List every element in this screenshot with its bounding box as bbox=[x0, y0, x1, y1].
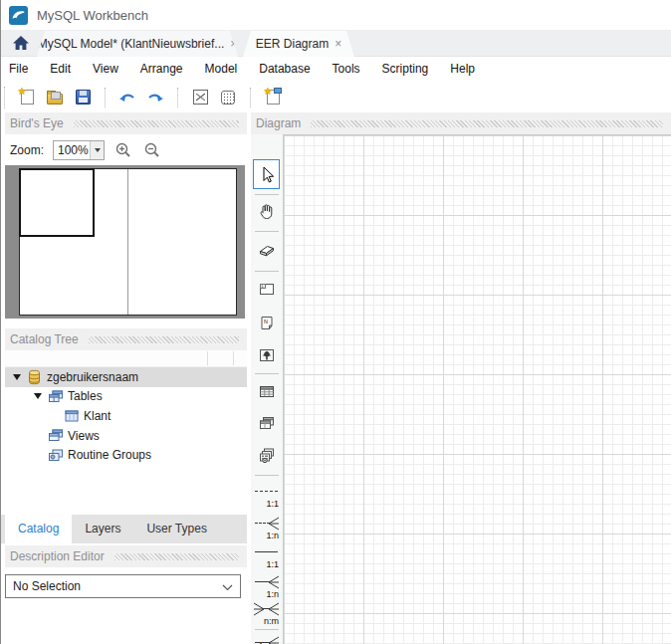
mysql-workbench-window: MySQL Workbench MySQL Model* (KlantNieuw… bbox=[0, 0, 671, 644]
expander-icon[interactable] bbox=[13, 374, 27, 380]
dropdown-arrow-icon[interactable] bbox=[90, 141, 104, 159]
zoom-in-button[interactable] bbox=[113, 140, 133, 160]
routine-group-tool-button[interactable] bbox=[253, 441, 280, 469]
menu-help[interactable]: Help bbox=[439, 57, 486, 82]
tree-item-schema[interactable]: zgebruikersnaam bbox=[5, 367, 247, 387]
image-tool-icon bbox=[258, 347, 276, 363]
menu-tools[interactable]: Tools bbox=[322, 57, 371, 82]
rel-n-m-identifying-icon: n:m bbox=[253, 600, 280, 626]
diagram-canvas[interactable] bbox=[283, 134, 671, 644]
crow-foot-icon bbox=[269, 517, 280, 531]
home-tab-button[interactable] bbox=[5, 30, 37, 56]
close-icon[interactable]: × bbox=[230, 37, 237, 51]
close-icon[interactable]: × bbox=[335, 37, 341, 51]
menu-model[interactable]: Model bbox=[194, 57, 249, 82]
rel-n-m-identifying-tool-button[interactable]: n:m bbox=[253, 600, 280, 626]
birds-eye-zoom-row: Zoom: 100% bbox=[5, 134, 247, 165]
catalog-tree-header: Catalog Tree bbox=[5, 328, 247, 350]
views-icon bbox=[48, 428, 66, 443]
tree-item-tables[interactable]: Tables bbox=[1, 387, 247, 407]
zoom-in-icon bbox=[114, 141, 132, 159]
birds-eye-view[interactable] bbox=[5, 165, 245, 319]
home-icon bbox=[11, 34, 31, 52]
zoom-out-button[interactable] bbox=[142, 140, 162, 160]
svg-text:N: N bbox=[264, 319, 268, 324]
rel-1-1-non-identifying-tool-button[interactable]: 1:1 bbox=[253, 483, 280, 509]
save-model-button[interactable] bbox=[72, 87, 94, 108]
open-model-button[interactable] bbox=[44, 87, 66, 108]
tab-mysql-model[interactable]: MySQL Model* (KlantNieuwsbrief... × bbox=[37, 31, 238, 57]
tab-eer-diagram[interactable]: EER Diagram × bbox=[243, 31, 354, 57]
toggle-editing-button[interactable] bbox=[189, 87, 211, 108]
birds-eye-viewport-rect[interactable] bbox=[19, 168, 95, 237]
rel-1-n-identifying-tool-button[interactable]: 1:n bbox=[253, 573, 280, 599]
tree-item-routine-groups[interactable]: Routine Groups bbox=[1, 445, 247, 465]
open-model-icon bbox=[47, 94, 63, 105]
zoom-label: Zoom: bbox=[10, 143, 44, 157]
view-tool-button[interactable] bbox=[253, 409, 280, 437]
menu-database[interactable]: Database bbox=[248, 57, 321, 82]
menu-file[interactable]: File bbox=[1, 57, 39, 82]
palette-separator bbox=[255, 373, 279, 374]
header-texture bbox=[74, 120, 239, 127]
eraser-tool-icon bbox=[258, 243, 276, 258]
rel-1-1-identifying-tool-button[interactable]: 1:1 bbox=[253, 543, 280, 569]
palette-separator bbox=[255, 271, 279, 272]
tree-item-views[interactable]: Views bbox=[1, 426, 247, 446]
tree-item-klant[interactable]: Klant bbox=[1, 406, 247, 426]
pointer-tool-button[interactable] bbox=[253, 159, 280, 189]
crow-foot-icon bbox=[269, 602, 280, 616]
schema-icon bbox=[27, 369, 45, 385]
new-model-button[interactable]: ★ bbox=[16, 87, 38, 108]
tab-eer-diagram-label: EER Diagram bbox=[256, 37, 329, 51]
toggle-grid-button[interactable] bbox=[217, 87, 239, 108]
description-editor-title: Description Editor bbox=[10, 549, 105, 563]
description-selection-dropdown[interactable]: No Selection bbox=[5, 574, 241, 598]
tab-layers[interactable]: Layers bbox=[72, 515, 133, 543]
expander-icon[interactable] bbox=[34, 393, 48, 399]
toolbar-grip bbox=[4, 87, 5, 108]
sidebar-tab-strip: Catalog Layers User Types bbox=[1, 515, 247, 543]
toolbar-separator bbox=[177, 88, 178, 107]
table-tool-button[interactable] bbox=[253, 377, 280, 405]
diagram-title: Diagram bbox=[256, 116, 301, 130]
tree-item-label: Views bbox=[66, 429, 100, 443]
tab-catalog[interactable]: Catalog bbox=[5, 515, 72, 543]
rel-1-n-non-identifying-tool-button[interactable]: 1:n bbox=[253, 515, 280, 540]
table-tool-icon bbox=[258, 384, 276, 399]
tree-item-label: Klant bbox=[82, 409, 111, 423]
crow-foot-icon bbox=[269, 575, 280, 589]
chevron-down-icon bbox=[222, 584, 233, 591]
tab-mysql-model-label: MySQL Model* (KlantNieuwsbrief... bbox=[38, 37, 225, 51]
image-tool-button[interactable] bbox=[253, 341, 280, 369]
column-divider[interactable] bbox=[233, 351, 234, 365]
note-tool-button[interactable]: N bbox=[253, 309, 280, 336]
pointer-tool-icon bbox=[258, 165, 276, 184]
menu-view[interactable]: View bbox=[82, 57, 129, 82]
save-model-icon bbox=[76, 90, 91, 105]
hand-tool-button[interactable] bbox=[253, 197, 280, 225]
menu-edit[interactable]: Edit bbox=[39, 57, 82, 82]
eraser-tool-button[interactable] bbox=[253, 236, 280, 264]
menu-arrange[interactable]: Arrange bbox=[129, 57, 194, 82]
rel-1-n-existing-columns-tool-button[interactable]: 1:n bbox=[253, 634, 280, 644]
undo-button[interactable] bbox=[116, 87, 138, 108]
zoom-level-select[interactable]: 100% bbox=[53, 140, 105, 160]
tree-item-label: Tables bbox=[66, 389, 103, 403]
redo-button[interactable] bbox=[144, 87, 166, 108]
pencil-icon bbox=[252, 639, 265, 644]
new-model-icon: ★ bbox=[21, 90, 34, 105]
description-selection-value: No Selection bbox=[13, 579, 81, 593]
rel-1-1-non-identifying-icon: 1:1 bbox=[253, 483, 280, 509]
column-divider[interactable] bbox=[207, 351, 208, 365]
new-diagram-button[interactable]: ★ bbox=[262, 87, 284, 108]
main-toolbar: ★ ★ bbox=[1, 82, 671, 112]
menu-scripting[interactable]: Scripting bbox=[371, 57, 440, 82]
birds-eye-title: Bird's Eye bbox=[10, 116, 64, 130]
rel-1-n-non-identifying-icon: 1:n bbox=[253, 515, 280, 540]
palette-separator bbox=[255, 629, 279, 630]
layer-tool-button[interactable]: L bbox=[253, 275, 280, 303]
palette-separator bbox=[255, 231, 279, 232]
tab-user-types[interactable]: User Types bbox=[133, 515, 219, 543]
tree-item-label: zgebruikersnaam bbox=[45, 370, 138, 384]
